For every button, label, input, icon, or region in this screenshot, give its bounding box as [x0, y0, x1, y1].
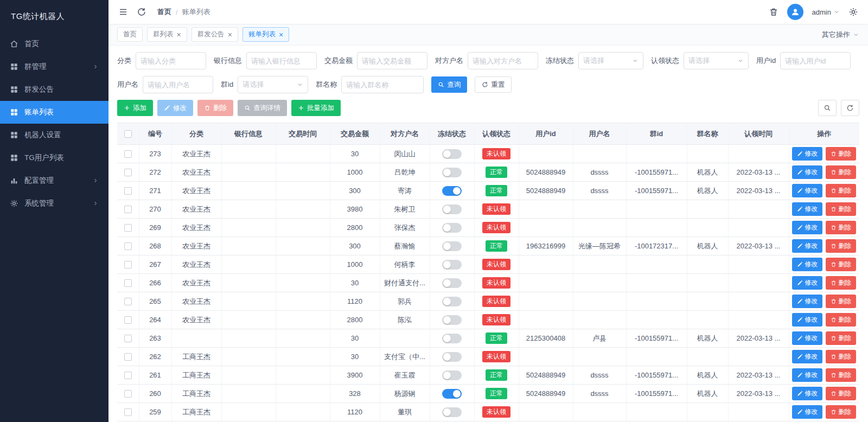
trash-icon[interactable] — [769, 7, 778, 17]
other-actions-dropdown[interactable]: 其它操作 — [822, 30, 859, 40]
close-icon[interactable]: × — [228, 31, 232, 39]
row-checkbox[interactable] — [124, 335, 132, 342]
row-delete-button[interactable]: 删除 — [826, 184, 856, 197]
reset-button[interactable]: 重置 — [475, 76, 512, 93]
table-refresh-button[interactable] — [841, 100, 859, 116]
frozen-toggle[interactable] — [442, 204, 462, 214]
group-id-select[interactable]: 请选择 — [238, 76, 308, 93]
frozen-toggle[interactable] — [442, 278, 462, 288]
row-checkbox[interactable] — [124, 206, 132, 213]
tab-group-list[interactable]: 群列表× — [147, 27, 187, 42]
row-checkbox[interactable] — [124, 187, 132, 195]
row-edit-button[interactable]: 修改 — [792, 165, 822, 179]
row-edit-button[interactable]: 修改 — [792, 368, 822, 382]
row-checkbox[interactable] — [124, 390, 132, 398]
row-delete-button[interactable]: 删除 — [826, 165, 856, 179]
row-checkbox[interactable] — [124, 150, 132, 158]
user-id-input[interactable] — [780, 52, 851, 69]
tab-group-announce[interactable]: 群发公告× — [192, 27, 238, 42]
group-name-input[interactable] — [341, 76, 424, 93]
row-delete-button[interactable]: 删除 — [826, 331, 856, 345]
sidebar-item-group-announce[interactable]: 群发公告 — [0, 78, 108, 101]
row-delete-button[interactable]: 删除 — [826, 147, 856, 161]
search-button[interactable]: 查询 — [431, 76, 467, 93]
close-icon[interactable]: × — [177, 31, 181, 39]
frozen-toggle[interactable] — [442, 149, 462, 159]
row-delete-button[interactable]: 删除 — [826, 405, 856, 419]
breadcrumb-home[interactable]: 首页 — [157, 7, 171, 17]
row-checkbox[interactable] — [124, 242, 132, 250]
tab-home[interactable]: 首页 — [117, 27, 143, 42]
row-edit-button[interactable]: 修改 — [792, 295, 822, 308]
row-delete-button[interactable]: 删除 — [826, 221, 856, 234]
frozen-toggle[interactable] — [442, 223, 462, 233]
row-delete-button[interactable]: 删除 — [826, 368, 856, 382]
frozen-toggle[interactable] — [442, 334, 462, 343]
row-checkbox[interactable] — [124, 353, 132, 361]
detail-button[interactable]: 查询详情 — [238, 100, 287, 116]
select-all-checkbox[interactable] — [124, 130, 132, 138]
sidebar-item-config-manage[interactable]: 配置管理 — [0, 169, 108, 192]
row-edit-button[interactable]: 修改 — [792, 258, 822, 271]
row-checkbox[interactable] — [124, 408, 132, 416]
username-input[interactable] — [143, 76, 213, 93]
sidebar-item-system-manage[interactable]: 系统管理 — [0, 192, 108, 215]
category-input[interactable] — [136, 52, 206, 69]
user-menu[interactable]: admin — [812, 8, 840, 16]
row-checkbox[interactable] — [124, 316, 132, 324]
row-edit-button[interactable]: 修改 — [792, 387, 822, 400]
row-edit-button[interactable]: 修改 — [792, 221, 822, 234]
frozen-toggle[interactable] — [442, 389, 462, 399]
frozen-toggle[interactable] — [442, 260, 462, 270]
claim-select[interactable]: 请选择 — [684, 52, 749, 69]
edit-button[interactable]: 修改 — [157, 100, 193, 116]
row-edit-button[interactable]: 修改 — [792, 276, 822, 290]
add-button[interactable]: 添加 — [117, 100, 153, 116]
frozen-toggle[interactable] — [442, 168, 462, 177]
row-edit-button[interactable]: 修改 — [792, 350, 822, 363]
frozen-toggle[interactable] — [442, 297, 462, 306]
row-edit-button[interactable]: 修改 — [792, 147, 822, 161]
row-delete-button[interactable]: 删除 — [826, 295, 856, 308]
row-edit-button[interactable]: 修改 — [792, 405, 822, 419]
refresh-icon[interactable] — [137, 7, 146, 17]
row-checkbox[interactable] — [124, 279, 132, 287]
bank-input[interactable] — [246, 52, 317, 69]
row-checkbox[interactable] — [124, 224, 132, 232]
sidebar-item-robot-settings[interactable]: 机器人设置 — [0, 124, 108, 146]
row-delete-button[interactable]: 删除 — [826, 276, 856, 290]
table-search-button[interactable] — [818, 100, 837, 116]
row-delete-button[interactable]: 删除 — [826, 239, 856, 253]
frozen-toggle[interactable] — [442, 407, 462, 417]
row-checkbox[interactable] — [124, 261, 132, 268]
row-delete-button[interactable]: 删除 — [826, 313, 856, 327]
row-edit-button[interactable]: 修改 — [792, 239, 822, 253]
delete-button[interactable]: 删除 — [197, 100, 233, 116]
row-checkbox[interactable] — [124, 372, 132, 379]
frozen-toggle[interactable] — [442, 186, 462, 196]
sidebar-item-bill-list[interactable]: 账单列表 — [0, 101, 108, 124]
row-edit-button[interactable]: 修改 — [792, 202, 822, 216]
tab-bill-list[interactable]: 账单列表× — [242, 27, 289, 42]
batch-add-button[interactable]: 批量添加 — [291, 100, 341, 116]
frozen-toggle[interactable] — [442, 352, 462, 362]
avatar[interactable] — [787, 4, 803, 20]
sidebar-item-group-manage[interactable]: 群管理 — [0, 55, 108, 78]
sidebar-item-home[interactable]: 首页 — [0, 33, 108, 55]
row-delete-button[interactable]: 删除 — [826, 350, 856, 363]
payer-input[interactable] — [468, 52, 538, 69]
row-delete-button[interactable]: 删除 — [826, 258, 856, 271]
frozen-toggle[interactable] — [442, 241, 462, 251]
row-edit-button[interactable]: 修改 — [792, 184, 822, 197]
row-edit-button[interactable]: 修改 — [792, 313, 822, 327]
frozen-toggle[interactable] — [442, 315, 462, 325]
row-delete-button[interactable]: 删除 — [826, 202, 856, 216]
amount-input[interactable] — [357, 52, 427, 69]
row-delete-button[interactable]: 删除 — [826, 387, 856, 400]
row-edit-button[interactable]: 修改 — [792, 331, 822, 345]
sidebar-item-tg-user-list[interactable]: TG用户列表 — [0, 146, 108, 169]
gear-icon[interactable] — [848, 7, 858, 17]
close-icon[interactable]: × — [279, 31, 283, 39]
frozen-select[interactable]: 请选择 — [578, 52, 643, 69]
hamburger-icon[interactable] — [118, 7, 128, 17]
